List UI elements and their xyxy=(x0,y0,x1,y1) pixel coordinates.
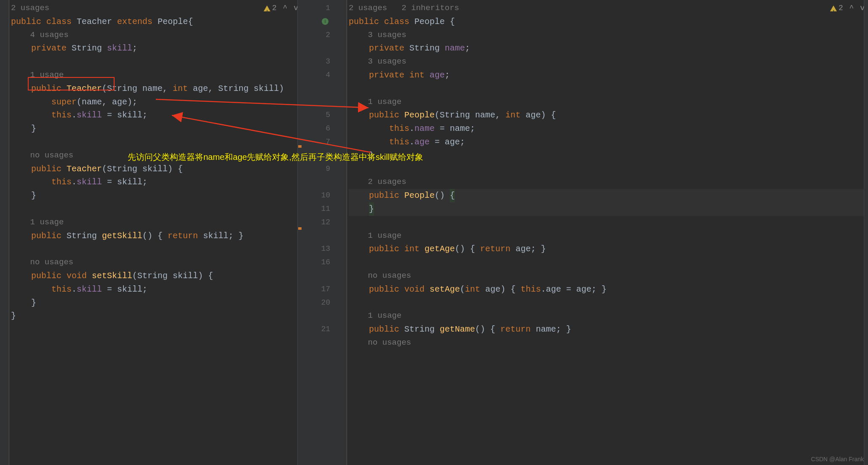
line-number: 4 xyxy=(302,69,339,82)
line-number xyxy=(302,336,339,350)
line-number: 17 xyxy=(302,283,339,296)
editor-split: 2 ^ v 2 usages public class Teacher exte… xyxy=(0,0,868,465)
line-number: 3 xyxy=(302,55,339,69)
method-getskill: public String getSkill() { return skill;… xyxy=(11,229,302,243)
method-getname: public String getName() { return name; } xyxy=(349,323,868,336)
setskill-usages-hint[interactable]: no usages xyxy=(11,256,302,269)
class-usages-hint[interactable]: 2 usages xyxy=(11,2,302,15)
trail-usages-hint[interactable]: no usages xyxy=(349,336,868,350)
line-number xyxy=(302,229,339,243)
field-skill: private String skill; xyxy=(11,42,302,55)
field-age: private int age; xyxy=(349,69,868,82)
constructor-people-empty: public People() { xyxy=(349,189,868,202)
line-number: 5 xyxy=(302,109,339,122)
constructor-people-full: public People(String name, int age) { xyxy=(349,109,868,122)
line-number-gutter[interactable]: 1⇩234567891011121316172021 xyxy=(302,0,339,465)
class-declaration: public class People { xyxy=(349,15,868,29)
left-code-area[interactable]: 2 ^ v 2 usages public class Teacher exte… xyxy=(9,0,302,323)
age-usages-hint[interactable]: 3 usages xyxy=(349,55,868,69)
ctor2-usages-hint[interactable]: 2 usages xyxy=(349,175,868,189)
class-usages-hint[interactable]: 2 usages 2 inheritors xyxy=(349,2,868,15)
watermark: CSDN @Alan Frank xyxy=(811,456,864,462)
line-number: ⇩ xyxy=(302,15,339,29)
line-number xyxy=(302,96,339,109)
line-number: 6 xyxy=(302,122,339,136)
warning-count: 2 xyxy=(272,2,277,15)
assign-skill-2: this.skill = skill; xyxy=(11,175,302,189)
line-number: 7 xyxy=(302,136,339,149)
chevron-up-icon[interactable]: ^ xyxy=(845,2,858,15)
right-inspection-badge[interactable]: 2 ^ v xyxy=(830,2,865,15)
ctor2-usages-hint[interactable]: no usages xyxy=(11,149,302,162)
close-brace: } xyxy=(11,296,302,310)
line-number xyxy=(302,82,339,96)
right-code-area[interactable]: 2 ^ v 2 usages 2 inheritors public class… xyxy=(347,0,868,465)
line-number: 20 xyxy=(302,296,339,310)
inheritors-icon[interactable]: ⇩ xyxy=(322,18,329,25)
left-gutter[interactable] xyxy=(0,0,9,465)
assign-skill-1: this.skill = skill; xyxy=(11,109,302,122)
left-inspection-badge[interactable]: 2 ^ v xyxy=(264,2,298,15)
close-brace: } xyxy=(11,122,302,136)
assign-name: this.name = name; xyxy=(349,122,868,136)
field-name: private String name; xyxy=(349,42,868,55)
close-brace: } xyxy=(11,189,302,202)
assign-age: this.age = age; xyxy=(349,136,868,149)
chevron-up-icon[interactable]: ^ xyxy=(278,2,292,15)
close-brace: } xyxy=(349,149,868,162)
line-number: 13 xyxy=(302,242,339,256)
ctor1-usages-hint[interactable]: 1 usage xyxy=(11,69,302,82)
constructor-teacher-skill: public Teacher(String skill) { xyxy=(11,162,302,176)
method-getage: public int getAge() { return age; } xyxy=(349,242,868,256)
line-number xyxy=(302,309,339,323)
close-brace: } xyxy=(349,202,868,216)
right-error-stripe[interactable] xyxy=(864,0,868,465)
line-number: 1 xyxy=(302,2,339,15)
line-number: 2 xyxy=(302,29,339,42)
line-number: 12 xyxy=(302,216,339,229)
line-number: 8 xyxy=(302,149,339,162)
line-number: 10 xyxy=(302,189,339,202)
super-call: super(name, age); xyxy=(11,96,302,109)
assign-skill-3: this.skill = skill; xyxy=(11,283,302,296)
field-usages-hint[interactable]: 4 usages xyxy=(11,29,302,42)
line-number: 9 xyxy=(302,162,339,176)
getskill-usages-hint[interactable]: 1 usage xyxy=(11,216,302,229)
warning-count: 2 xyxy=(839,2,843,15)
line-number xyxy=(302,269,339,283)
getname-usages-hint[interactable]: 1 usage xyxy=(349,309,868,323)
method-setage: public void setAge(int age) { this.age =… xyxy=(349,283,868,296)
left-editor-pane: 2 ^ v 2 usages public class Teacher exte… xyxy=(0,0,302,465)
warning-icon xyxy=(830,5,837,11)
line-number: 16 xyxy=(302,256,339,269)
right-editor-pane: 1⇩234567891011121316172021 2 ^ v 2 usage… xyxy=(302,0,868,465)
setage-usages-hint[interactable]: no usages xyxy=(349,269,868,283)
method-setskill: public void setSkill(String skill) { xyxy=(11,269,302,283)
left-error-stripe[interactable] xyxy=(297,0,302,465)
ctor1-usages-hint[interactable]: 1 usage xyxy=(349,96,868,109)
right-fold-gutter[interactable] xyxy=(339,0,347,465)
line-number: 21 xyxy=(302,323,339,336)
close-brace: } xyxy=(11,309,302,323)
line-number: 11 xyxy=(302,202,339,216)
warning-icon xyxy=(264,5,270,11)
getage-usages-hint[interactable]: 1 usage xyxy=(349,229,868,243)
class-declaration: public class Teacher extends People{ xyxy=(11,15,302,29)
line-number xyxy=(302,42,339,55)
constructor-teacher-full: public Teacher(String name, int age, Str… xyxy=(11,82,302,96)
line-number xyxy=(302,175,339,189)
name-usages-hint[interactable]: 3 usages xyxy=(349,29,868,42)
